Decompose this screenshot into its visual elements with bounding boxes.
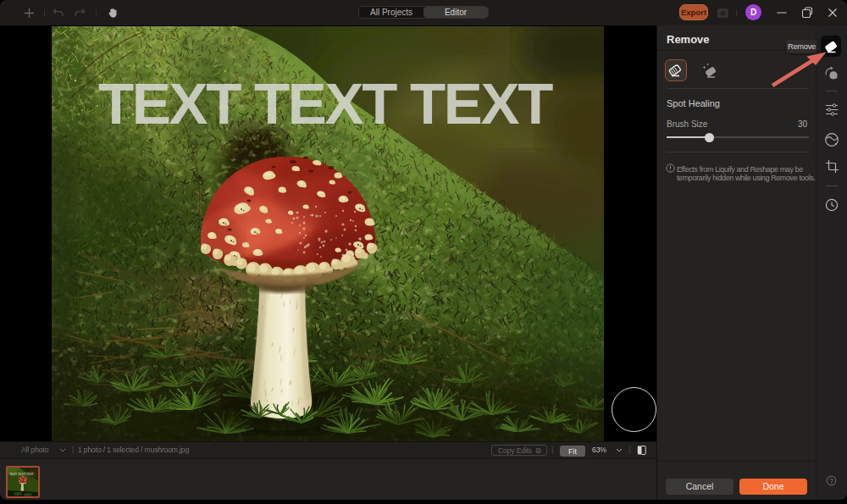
svg-text:TEXT TEXT TEXT: TEXT TEXT TEXT — [98, 71, 553, 136]
svg-text:?: ? — [829, 477, 833, 485]
